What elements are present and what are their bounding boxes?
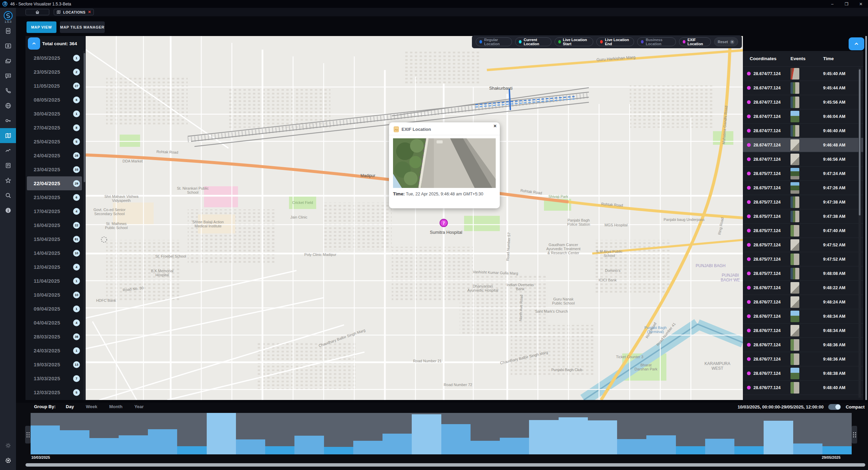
date-list-item[interactable]: 11/03/202530 (25, 399, 83, 400)
reset-button[interactable]: Reset✕ (714, 37, 738, 46)
histogram-bar[interactable] (705, 439, 734, 454)
collapse-dates-button[interactable] (28, 37, 40, 50)
event-thumbnail[interactable] (790, 239, 799, 251)
event-row[interactable]: 28.675/77.1249:47:52 AM (743, 252, 863, 266)
date-list-item[interactable]: 10/04/202510 (25, 288, 83, 302)
event-row[interactable]: 28.676/77.1249:48:22 AM (743, 281, 863, 295)
event-thumbnail[interactable] (790, 296, 799, 308)
event-row[interactable]: 28.676/77.1249:48:34 AM (743, 309, 863, 324)
event-thumbnail[interactable] (790, 353, 799, 365)
event-thumbnail[interactable] (790, 68, 799, 80)
date-list-item[interactable]: 04/04/20254 (25, 316, 83, 330)
histogram-bar[interactable] (734, 446, 764, 454)
histogram-bar[interactable] (265, 446, 294, 454)
event-row[interactable]: 28.675/77.1249:47:26 AM (743, 181, 863, 195)
reset-clear-icon[interactable]: ✕ (730, 40, 734, 44)
histogram-bar[interactable] (60, 430, 89, 454)
event-thumbnail[interactable] (790, 382, 799, 394)
histogram-bar[interactable] (793, 443, 822, 454)
event-thumbnail[interactable] (790, 111, 799, 122)
date-list-item[interactable]: 23/04/202533 (25, 162, 83, 176)
date-list-item[interactable]: 15/04/202581 (25, 232, 83, 246)
sidebar-item-search[interactable] (0, 188, 16, 203)
histogram-bar[interactable] (617, 439, 646, 454)
close-tab-icon[interactable]: ✕ (88, 10, 91, 14)
event-row[interactable]: 28.674/77.1249:46:04 AM (743, 109, 863, 124)
minimize-button[interactable]: – (825, 2, 839, 6)
histogram-bar[interactable] (646, 435, 676, 454)
event-row[interactable]: 28.674/77.1249:46:56 AM (743, 152, 863, 167)
sidebar-item-settings[interactable] (0, 453, 16, 468)
exif-location-marker[interactable]: 7 (440, 219, 447, 227)
sidebar-item-device[interactable] (0, 23, 16, 38)
histogram-bar[interactable] (676, 446, 705, 454)
histogram-bar[interactable] (441, 424, 471, 454)
sidebar-item-analytics[interactable] (0, 143, 16, 158)
event-thumbnail[interactable] (790, 211, 799, 222)
date-list-item[interactable]: 09/04/20251 (25, 302, 83, 316)
brush-handle-right[interactable] (852, 426, 857, 443)
histogram-bar[interactable] (294, 436, 324, 454)
event-row[interactable]: 28.674/77.1249:46:48 AM (743, 138, 863, 152)
sidebar-item-favorites[interactable] (0, 173, 16, 188)
date-list-item[interactable]: 08/05/20256 (25, 93, 83, 107)
histogram-bar[interactable] (31, 425, 60, 454)
events-scrollbar[interactable] (858, 68, 861, 398)
date-list-item[interactable]: 11/04/20251 (25, 274, 83, 288)
date-list-item[interactable]: 27/04/20258 (25, 121, 83, 135)
timeline-histogram[interactable] (31, 413, 852, 454)
legend-pill-business-location[interactable]: Business Location (637, 37, 676, 46)
date-list-item[interactable]: 30/04/20251 (25, 107, 83, 121)
event-thumbnail[interactable] (790, 125, 799, 137)
event-row[interactable]: 28.675/77.1249:47:40 AM (743, 224, 863, 238)
event-thumbnail[interactable] (790, 254, 799, 265)
date-list-item[interactable]: 25/04/20255 (25, 135, 83, 149)
map-view-button[interactable]: MAP VIEW (27, 21, 56, 33)
date-list-item[interactable]: 21/04/20256 (25, 190, 83, 204)
event-thumbnail[interactable] (790, 368, 799, 379)
event-thumbnail[interactable] (790, 182, 799, 194)
histogram-bar[interactable] (177, 446, 206, 454)
maximize-button[interactable]: ❐ (839, 2, 854, 6)
map-tiles-manager-button[interactable]: MAP TILES MANAGER (60, 21, 105, 33)
histogram-bar[interactable] (588, 420, 617, 454)
date-list-item[interactable]: 14/04/202510 (25, 246, 83, 260)
legend-pill-regular-location[interactable]: Regular Location (476, 37, 512, 46)
group-by-week[interactable]: Week (86, 404, 97, 409)
event-thumbnail[interactable] (790, 97, 799, 108)
histogram-bar[interactable] (119, 435, 148, 454)
event-thumbnail[interactable] (790, 325, 799, 336)
sidebar-item-browser[interactable] (0, 98, 16, 113)
event-row[interactable]: 28.676/77.1249:48:34 AM (743, 324, 863, 338)
event-row[interactable]: 28.674/77.1249:45:40 AM (743, 67, 863, 81)
histogram-bar[interactable] (500, 438, 529, 454)
date-list-item[interactable]: 17/04/20254 (25, 204, 83, 218)
horizontal-scrollbar[interactable] (25, 463, 865, 467)
sidebar-item-theme[interactable] (0, 438, 16, 453)
close-button[interactable]: ✕ (854, 2, 868, 6)
event-row[interactable]: 28.674/77.1249:46:40 AM (743, 124, 863, 138)
event-row[interactable]: 28.674/77.1249:45:56 AM (743, 95, 863, 109)
date-list-item[interactable]: 13/03/20257 (25, 371, 83, 385)
event-thumbnail[interactable] (790, 82, 799, 94)
event-row[interactable]: 28.675/77.1249:47:38 AM (743, 195, 863, 209)
home-tab[interactable] (25, 9, 49, 15)
sidebar-item-passwords[interactable] (0, 113, 16, 128)
date-list-item[interactable]: 11/05/202527 (25, 79, 83, 93)
group-by-day[interactable]: Day (66, 404, 74, 409)
legend-pill-exif-location[interactable]: EXIF Location (679, 37, 711, 46)
event-row[interactable]: 28.674/77.1249:45:44 AM (743, 81, 863, 95)
event-row[interactable]: 28.675/77.1249:47:24 AM (743, 167, 863, 181)
histogram-bar[interactable] (529, 420, 558, 454)
sidebar-item-contacts[interactable] (0, 38, 16, 53)
legend-pill-live-location-start[interactable]: Live Location Start (555, 37, 594, 46)
sidebar-item-files[interactable] (0, 53, 16, 68)
event-thumbnail[interactable] (790, 268, 799, 279)
date-list-item[interactable]: 12/04/20254 (25, 260, 83, 274)
histogram-bar[interactable] (412, 414, 441, 454)
event-thumbnail[interactable] (790, 282, 799, 294)
histogram-bar[interactable] (207, 413, 236, 454)
popup-close-icon[interactable]: ✕ (493, 124, 497, 128)
histogram-bar[interactable] (764, 421, 793, 454)
histogram-bar[interactable] (236, 439, 265, 454)
